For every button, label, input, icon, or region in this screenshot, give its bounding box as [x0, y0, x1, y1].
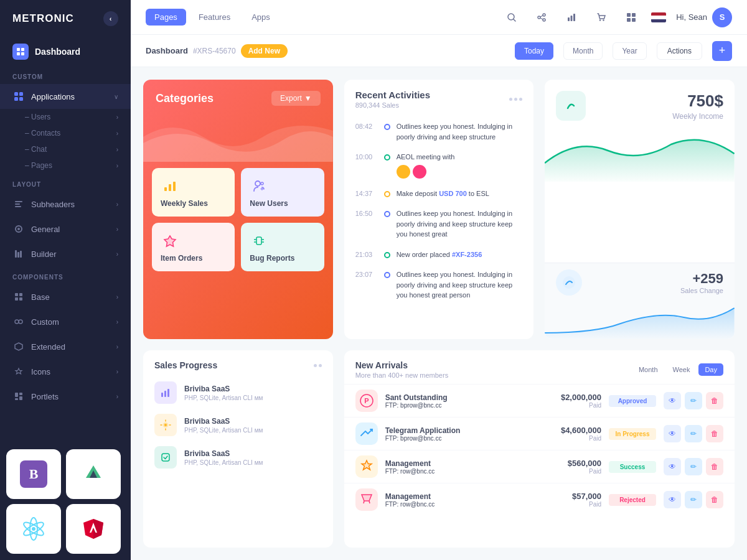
grid-icon[interactable]	[621, 7, 641, 27]
activity-item-3: 14:37 Make deposit USD 700 to ESL	[344, 184, 534, 204]
actions-button[interactable]: Actions	[657, 42, 702, 60]
sidebar-section-layout: LAYOUT	[0, 174, 131, 192]
svg-point-62	[563, 98, 578, 113]
activity-text-2: AEOL meeting with	[397, 152, 455, 179]
na-status-4: Rejected	[609, 494, 656, 506]
category-item-orders[interactable]: Item Orders	[152, 223, 235, 271]
search-icon[interactable]	[502, 7, 522, 27]
sidebar-sub-pages[interactable]: – Pages›	[0, 157, 131, 174]
svg-rect-6	[14, 97, 18, 101]
na-tab-month[interactable]: Month	[632, 363, 664, 376]
na-app-name-1: Sant Outstanding	[385, 393, 448, 402]
tab-pages[interactable]: Pages	[146, 9, 186, 26]
subheaders-label: Subheaders	[31, 200, 75, 209]
dashboard-label: Dashboard	[35, 47, 80, 57]
na-delete-btn-2[interactable]: 🗑	[706, 425, 723, 442]
sidebar-dashboard-item[interactable]: Dashboard	[0, 37, 131, 66]
export-button[interactable]: Export ▼	[271, 91, 321, 106]
na-view-btn-3[interactable]: 👁	[664, 458, 681, 475]
na-row-1: P Sant Outstanding FTP: bprow@bnc.cc $2,…	[344, 384, 735, 417]
sp-name-1: Briviba SaaS	[184, 385, 322, 393]
na-view-btn-1[interactable]: 👁	[664, 392, 681, 409]
svg-rect-23	[19, 393, 22, 395]
svg-text:+: +	[260, 185, 264, 192]
user-greeting[interactable]: Hi, Sean S	[676, 7, 732, 27]
na-edit-btn-4[interactable]: ✏	[685, 491, 702, 508]
sidebar-item-applications[interactable]: Applications ∨	[0, 84, 131, 109]
sidebar-section-custom: CUSTOM	[0, 66, 131, 84]
na-view-btn-2[interactable]: 👁	[664, 425, 681, 442]
brand-name: METRONIC	[12, 12, 74, 25]
na-view-btn-4[interactable]: 👁	[664, 491, 681, 508]
chart-icon[interactable]	[561, 7, 581, 27]
svg-rect-22	[15, 393, 18, 397]
sidebar-item-extended[interactable]: Extended ›	[0, 334, 131, 359]
na-tab-week[interactable]: Week	[667, 363, 697, 376]
sales-change-section: +259 Sales Change	[545, 263, 735, 302]
svg-point-45	[603, 19, 604, 21]
na-status-1: Approved	[609, 395, 656, 407]
add-button[interactable]: +	[712, 41, 732, 61]
date-today-button[interactable]: Today	[515, 42, 553, 60]
svg-rect-51	[169, 184, 171, 191]
add-new-badge[interactable]: Add New	[241, 44, 288, 58]
svg-point-38	[543, 19, 545, 21]
na-edit-btn-2[interactable]: ✏	[685, 425, 702, 442]
sidebar-sub-contacts[interactable]: – Contacts›	[0, 125, 131, 141]
svg-rect-41	[568, 17, 570, 21]
na-app-icon-2	[355, 422, 378, 445]
na-edit-btn-1[interactable]: ✏	[685, 392, 702, 409]
portlets-label: Portlets	[31, 392, 59, 401]
na-delete-btn-3[interactable]: 🗑	[706, 458, 723, 475]
activity-text-5: New order placed #XF-2356	[397, 250, 482, 260]
share-icon[interactable]	[532, 7, 552, 27]
tab-apps[interactable]: Apps	[243, 9, 279, 26]
svg-rect-5	[19, 92, 23, 96]
weekly-amount: 750$	[672, 91, 723, 111]
svg-line-72	[364, 501, 364, 503]
user-avatar[interactable]: S	[712, 7, 732, 27]
sidebar-item-base[interactable]: Base ›	[0, 284, 131, 309]
date-month-button[interactable]: Month	[563, 42, 603, 60]
svg-text:P: P	[364, 397, 369, 404]
builder-icon	[12, 248, 25, 260]
na-app-info-1: Sant Outstanding FTP: bprow@bnc.cc	[385, 393, 448, 409]
weekly-income-icon	[556, 91, 586, 121]
na-actions-1: 👁 ✏ 🗑	[664, 392, 723, 409]
general-label: General	[31, 225, 60, 234]
activities-subtitle: 890,344 Sales	[355, 101, 430, 109]
sidebar-item-general[interactable]: General ›	[0, 217, 131, 241]
category-bug-reports[interactable]: Bug Reports	[241, 223, 324, 271]
framework-logos-area: B	[0, 443, 131, 560]
icons-chevron: ›	[116, 368, 118, 375]
category-weekly-sales[interactable]: Weekly Sales	[152, 168, 235, 217]
na-tab-day[interactable]: Day	[698, 363, 723, 376]
na-delete-btn-4[interactable]: 🗑	[706, 491, 723, 508]
sidebar-item-builder[interactable]: Builder ›	[0, 241, 131, 266]
sidebar-item-portlets[interactable]: Portlets ›	[0, 384, 131, 409]
sidebar-item-custom[interactable]: Custom ›	[0, 309, 131, 334]
base-label: Base	[31, 292, 50, 302]
cart-icon[interactable]	[591, 7, 611, 27]
svg-point-63	[563, 276, 575, 289]
dashboard-icon	[12, 44, 29, 60]
sales-progress-menu[interactable]	[314, 364, 322, 367]
language-flag[interactable]	[651, 12, 666, 22]
sidebar-item-subheaders[interactable]: Subheaders ›	[0, 192, 131, 217]
category-new-users[interactable]: + New Users	[241, 168, 324, 217]
activities-menu[interactable]	[509, 98, 522, 101]
date-year-button[interactable]: Year	[613, 42, 646, 60]
svg-marker-56	[164, 236, 176, 246]
sidebar-sub-chat[interactable]: – Chat›	[0, 141, 131, 157]
na-edit-btn-3[interactable]: ✏	[685, 458, 702, 475]
na-delete-btn-1[interactable]: 🗑	[706, 392, 723, 409]
portlets-icon	[12, 390, 25, 403]
sidebar-sub-users[interactable]: – Users›	[0, 109, 131, 125]
svg-point-36	[543, 14, 545, 16]
tab-features[interactable]: Features	[190, 9, 239, 26]
sidebar-toggle-button[interactable]: ‹	[103, 11, 118, 26]
sidebar-item-icons[interactable]: Icons ›	[0, 359, 131, 384]
dot-2	[514, 98, 517, 101]
sales-change-chart	[545, 302, 735, 339]
svg-line-39	[540, 16, 543, 17]
